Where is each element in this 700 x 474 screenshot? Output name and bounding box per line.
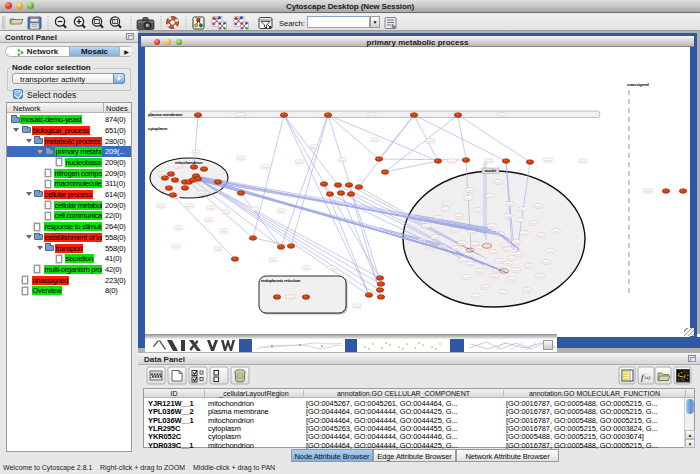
- svg-text:plasma membrane: plasma membrane: [148, 112, 183, 117]
- svg-text:nuclei: nuclei: [485, 168, 497, 173]
- svg-text:endoplasmic reticulum: endoplasmic reticulum: [261, 278, 301, 283]
- svg-text:1: 1: [113, 20, 115, 24]
- svg-text:unassigned: unassigned: [627, 82, 649, 87]
- svg-text:(x): (x): [645, 375, 651, 380]
- svg-text:cytoplasm: cytoplasm: [148, 126, 168, 131]
